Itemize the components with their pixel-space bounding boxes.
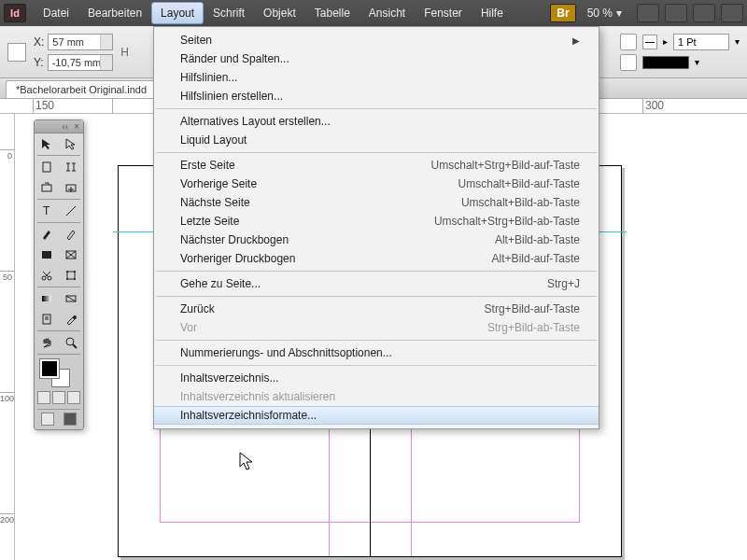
menuitem-erste-seite[interactable]: Erste SeiteUmschalt+Strg+Bild-auf-Taste [154,156,599,175]
line-tool-icon[interactable] [59,201,83,221]
gradient-feather-tool-icon[interactable] [59,288,83,309]
color-mode-row [35,389,83,408]
svg-point-22 [66,338,74,345]
menuitem-gehe-zu-seite[interactable]: Gehe zu Seite...Strg+J [154,274,599,293]
view-option-b-icon[interactable] [665,4,687,22]
menu-ansicht[interactable]: Ansicht [359,2,415,24]
menuitem-alternatives-layout-erstellen[interactable]: Alternatives Layout erstellen... [154,112,599,131]
free-transform-tool-icon[interactable] [59,265,83,286]
stroke-swatch-icon[interactable] [620,34,637,50]
svg-line-23 [73,344,77,348]
menuitem-label: Zurück [180,302,215,315]
menuitem-label: Vorheriger Druckbogen [180,252,295,265]
zoom-level-field[interactable]: 50 %▾ [587,7,622,20]
menu-datei[interactable]: Datei [34,2,78,24]
menuitem-hilfslinien[interactable]: Hilfslinien... [154,68,599,87]
menuitem-label: Hilfslinien erstellen... [180,90,283,103]
view-preview-icon[interactable] [63,413,77,426]
menu-objekt[interactable]: Objekt [254,2,305,24]
menuitem-label: Inhaltsverzeichnisformate... [180,409,317,422]
apply-mode-b-icon[interactable] [52,391,65,404]
menuitem-label: Nummerierungs- und Abschnittsoptionen... [180,346,392,359]
menuitem-inhaltsverzeichnisformate[interactable]: Inhaltsverzeichnisformate... [154,406,599,425]
menuitem-seiten[interactable]: Seiten▶ [154,31,599,49]
apply-mode-a-icon[interactable] [37,391,50,404]
toolbox-panel: ‹‹× T [34,119,84,430]
arrange-icon[interactable] [721,4,743,22]
svg-rect-0 [43,162,50,172]
content-placer-tool-icon[interactable] [59,177,83,198]
reference-point-icon[interactable] [7,43,26,62]
menu-hilfe[interactable]: Hilfe [472,2,513,24]
apply-mode-c-icon[interactable] [67,391,80,404]
menuitem-hilfslinien-erstellen[interactable]: Hilfslinien erstellen... [154,87,599,105]
direct-selection-tool-icon[interactable] [59,133,83,154]
menu-bearbeiten[interactable]: Bearbeiten [78,2,151,24]
menu-schrift[interactable]: Schrift [204,2,254,24]
menuitem-letzte-seite[interactable]: Letzte SeiteUmschalt+Strg+Bild-ab-Taste [154,212,599,231]
menuitem-label: Letzte Seite [180,215,239,228]
app-icon: Id [4,4,26,22]
content-collector-tool-icon[interactable] [35,177,59,198]
selection-tool-icon[interactable] [35,133,59,154]
menu-fenster[interactable]: Fenster [415,2,472,24]
solid-line-icon[interactable] [642,35,657,49]
screen-mode-icon[interactable] [693,4,715,22]
toolbox-header[interactable]: ‹‹× [35,120,83,133]
hand-tool-icon[interactable] [35,332,59,353]
color-swatch-black[interactable] [642,56,689,69]
menuitem-shortcut: Umschalt+Strg+Bild-auf-Taste [431,159,580,172]
menuitem-zur-ck[interactable]: ZurückStrg+Bild-auf-Taste [154,300,599,318]
gradient-swatch-tool-icon[interactable] [35,288,59,309]
note-tool-icon[interactable] [35,309,59,329]
gap-tool-icon[interactable] [59,157,83,177]
menuitem-label: Ränder und Spalten... [180,52,289,65]
menuitem-vor: VorStrg+Bild-ab-Taste [154,318,599,337]
scissors-tool-icon[interactable] [35,265,59,286]
bridge-button[interactable]: Br [550,4,575,22]
menu-tabelle[interactable]: Tabelle [305,2,359,24]
svg-point-15 [74,278,76,280]
menuitem-vorherige-seite[interactable]: Vorherige SeiteUmschalt+Bild-auf-Taste [154,175,599,193]
menuitem-shortcut: Strg+J [547,277,580,290]
svg-point-14 [66,278,68,280]
zoom-tool-icon[interactable] [59,332,83,353]
view-mode-row [35,411,83,429]
svg-text:T: T [43,204,50,217]
type-tool-icon[interactable]: T [35,201,59,221]
page-tool-icon[interactable] [35,157,59,177]
rectangle-tool-icon[interactable] [35,245,59,265]
close-icon[interactable]: × [74,121,79,132]
menuitem-label: Alternatives Layout erstellen... [180,115,331,128]
document-tab[interactable]: *Bachelorarbeit Original.indd [6,80,157,98]
svg-point-21 [73,315,77,319]
menuitem-label: Nächster Druckbogen [180,233,289,246]
x-label: X: [34,35,44,49]
menuitem-r-nder-und-spalten[interactable]: Ränder und Spalten... [154,49,599,68]
menuitem-shortcut: Alt+Bild-ab-Taste [495,233,580,246]
collapse-icon[interactable]: ‹‹ [62,121,68,132]
menuitem-inhaltsverzeichnis[interactable]: Inhaltsverzeichnis... [154,369,599,387]
menuitem-liquid-layout[interactable]: Liquid Layout [154,131,599,149]
menuitem-n-chste-seite[interactable]: Nächste SeiteUmschalt+Bild-ab-Taste [154,193,599,212]
menuitem-vorheriger-druckbogen[interactable]: Vorheriger DruckbogenAlt+Bild-auf-Taste [154,249,599,268]
pen-tool-icon[interactable] [35,224,59,245]
view-normal-icon[interactable] [41,413,54,426]
menuitem-label: Hilfslinien... [180,71,237,84]
x-field[interactable]: 57 mm [48,34,113,50]
y-field[interactable]: -10,75 mm [48,54,113,71]
menuitem-label: Nächste Seite [180,196,250,209]
menuitem-label: Vorherige Seite [180,177,257,190]
pencil-tool-icon[interactable] [59,224,83,245]
rect-frame-tool-icon[interactable] [59,245,83,265]
stroke-weight-field[interactable]: 1 Pt [673,34,729,50]
view-option-a-icon[interactable] [637,4,659,22]
menu-layout[interactable]: Layout [151,2,204,24]
fill-swatch-icon[interactable] [620,54,637,71]
fill-stroke-swatch[interactable] [38,357,79,387]
menuitem-nummerierungs-und-abschnittsoptionen[interactable]: Nummerierungs- und Abschnittsoptionen... [154,343,599,362]
eyedropper-tool-icon[interactable] [59,309,83,329]
layout-menu-dropdown: Seiten▶Ränder und Spalten...Hilfslinien.… [153,26,599,429]
menuitem-shortcut: Strg+Bild-ab-Taste [487,321,580,334]
menuitem-n-chster-druckbogen[interactable]: Nächster DruckbogenAlt+Bild-ab-Taste [154,231,599,249]
